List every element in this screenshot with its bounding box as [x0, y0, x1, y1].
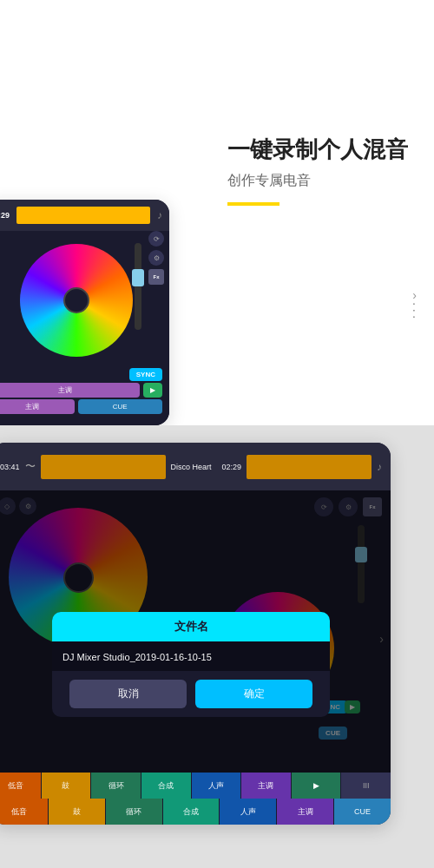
strip-row-2: 低音 鼓 循环 合成 人声 主调 CUE: [0, 799, 391, 825]
time-display-right: 02:29: [222, 463, 242, 471]
track-name: Disco Heart: [171, 463, 212, 471]
dialog-input-area[interactable]: DJ Mixer Studio_2019-01-16-10-15: [52, 641, 330, 671]
chevron-right-icon[interactable]: ›: [412, 288, 417, 302]
volume-fader-top[interactable]: [135, 243, 141, 330]
yellow-divider: [227, 202, 279, 206]
waveform-bar-top: 02:29 ♪: [0, 200, 169, 231]
strip-vocal-1[interactable]: 人声: [192, 773, 242, 799]
turntable-area-top: [0, 231, 169, 370]
fader-knob-top[interactable]: [132, 269, 144, 286]
disc-top[interactable]: [20, 244, 133, 357]
strip-synth-2[interactable]: 合成: [163, 799, 220, 825]
dialog-buttons: 取消 确定: [52, 671, 330, 717]
top-waveform-bar: 03:41 〜 Disco Heart 02:29 ♪: [0, 443, 391, 490]
heartbeat-icon: 〜: [25, 459, 36, 474]
sub-title: 创作专属电音: [227, 172, 408, 190]
waveform-right: [247, 455, 372, 479]
save-dialog-overlay: 文件名 DJ Mixer Studio_2019-01-16-10-15 取消 …: [0, 490, 391, 773]
btn-row-2: 主调 CUE: [0, 399, 162, 414]
save-dialog: 文件名 DJ Mixer Studio_2019-01-16-10-15 取消 …: [52, 612, 330, 717]
strip-drum-1[interactable]: 鼓: [42, 773, 92, 799]
waveform-left: [41, 455, 166, 479]
vertical-dots-icon: ···: [406, 302, 422, 321]
strip-key-1[interactable]: 主调: [241, 773, 292, 799]
btn-row-1: 主调 ▶: [0, 383, 162, 398]
cancel-button[interactable]: 取消: [69, 680, 187, 708]
strip-vocal-2[interactable]: 人声: [220, 799, 277, 825]
bottom-buttons-top: SYNC 主调 ▶ 主调 CUE: [0, 365, 169, 425]
confirm-button[interactable]: 确定: [195, 680, 312, 708]
section-bottom: 03:41 〜 Disco Heart 02:29 ♪ ◇ ⚙: [0, 425, 434, 868]
note-icon-right: ♪: [377, 461, 382, 473]
device-mockup-top: 02:29 ♪ ⟳ ⚙ Fx: [0, 200, 169, 425]
time-display-top: 02:29: [0, 211, 10, 220]
bottom-strips: 低音 鼓 循环 合成 人声 主调 ▶ III 低音 鼓 循环 合成 人声 主调: [0, 773, 391, 825]
strip-synth-1[interactable]: 合成: [141, 773, 192, 799]
key-button-2[interactable]: 主调: [0, 399, 75, 414]
strip-loop-1[interactable]: 循环: [91, 773, 141, 799]
strip-key-2[interactable]: 主调: [277, 799, 334, 825]
play-button-top[interactable]: ▶: [143, 383, 162, 398]
strip-menu-1[interactable]: III: [341, 773, 391, 799]
strip-row-1: 低音 鼓 循环 合成 人声 主调 ▶ III: [0, 773, 391, 799]
sync-button-top[interactable]: SYNC: [129, 368, 162, 381]
main-title: 一键录制个人混音: [227, 135, 408, 165]
strip-drum-2[interactable]: 鼓: [49, 799, 106, 825]
music-note-icon: ♪: [157, 209, 162, 221]
strip-play-1[interactable]: ▶: [292, 773, 342, 799]
middle-area: ◇ ⚙ ⟳ ⚙ Fx: [0, 490, 391, 773]
cue-button-top[interactable]: CUE: [78, 399, 163, 414]
dialog-title: 文件名: [52, 612, 330, 641]
time-display-left: 03:41: [0, 463, 20, 471]
waveform-visual: [16, 207, 150, 224]
strip-cue-2[interactable]: CUE: [334, 799, 391, 825]
strip-bass-2[interactable]: 低音: [0, 799, 49, 825]
section-top: 一键录制个人混音 创作专属电音 › ··· 02:29 ♪ ⟳ ⚙ Fx: [0, 0, 434, 425]
text-area-top: 一键录制个人混音 创作专属电音: [227, 135, 408, 206]
dialog-input-value: DJ Mixer Studio_2019-01-16-10-15: [62, 652, 212, 662]
disc-center-top: [63, 287, 89, 313]
strip-loop-2[interactable]: 循环: [106, 799, 163, 825]
key-button-1[interactable]: 主调: [0, 383, 140, 398]
device-mockup-bottom: 03:41 〜 Disco Heart 02:29 ♪ ◇ ⚙: [0, 443, 391, 825]
strip-bass-1[interactable]: 低音: [0, 773, 42, 799]
